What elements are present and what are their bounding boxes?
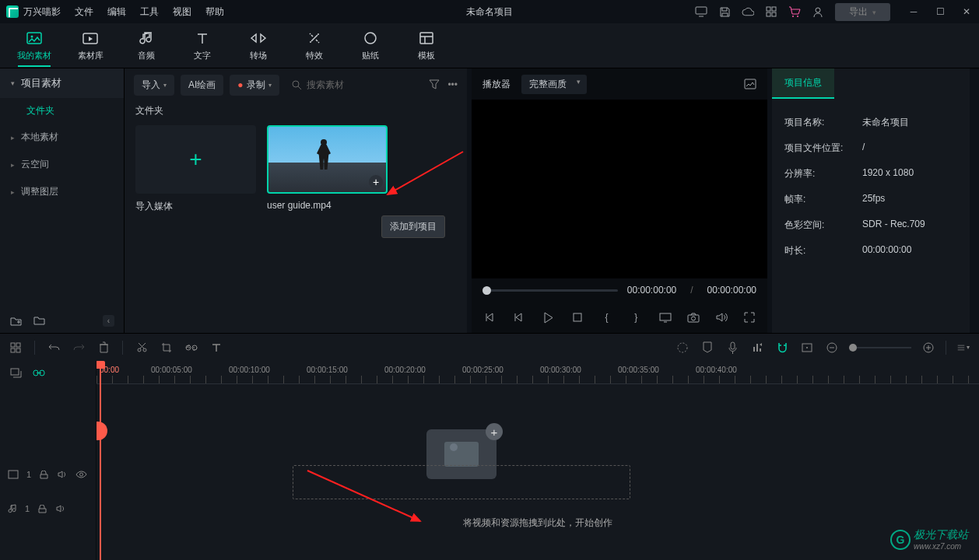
svg-rect-2	[772, 7, 776, 11]
apps-icon[interactable]	[765, 5, 777, 18]
menu-edit[interactable]: 编辑	[107, 5, 126, 19]
close-icon[interactable]: ✕	[960, 5, 973, 18]
tab-transition[interactable]: 转场	[230, 25, 286, 66]
list-view-icon[interactable]: ▾	[957, 341, 970, 354]
camera-icon[interactable]	[686, 310, 700, 324]
zoom-slider[interactable]	[849, 347, 911, 348]
prev-frame-icon[interactable]	[482, 310, 497, 324]
menu-tools[interactable]: 工具	[140, 5, 159, 19]
app-name: 万兴喵影	[23, 5, 61, 19]
maximize-icon[interactable]: ☐	[934, 5, 946, 18]
fullscreen-icon[interactable]	[742, 310, 756, 324]
minimize-icon[interactable]: ─	[907, 5, 920, 18]
search-input[interactable]: 搜索素材	[286, 75, 423, 96]
text-tool-icon[interactable]	[210, 341, 223, 354]
lock-icon[interactable]	[39, 471, 49, 479]
tl-frame-icon[interactable]	[801, 341, 813, 354]
import-button[interactable]: 导入▾	[134, 75, 174, 96]
app-logo-icon	[6, 5, 19, 18]
timeline: 1 1 00:00 00:00:05:0000:00:10:0000:00:15…	[0, 361, 979, 560]
tab-my-media[interactable]: 我的素材	[6, 25, 62, 66]
watermark: G 极光下载站 www.xz7.com	[890, 528, 968, 551]
playhead[interactable]	[100, 361, 101, 560]
total-time: 00:00:00:00	[707, 285, 756, 296]
media-clip[interactable]: + user guide.mp4 添加到项目	[267, 125, 388, 213]
prev-icon[interactable]	[512, 310, 526, 324]
zoom-in-icon[interactable]	[922, 341, 935, 354]
sidebar-project-media[interactable]: 项目素材	[0, 68, 124, 98]
snapshot-icon[interactable]	[744, 78, 756, 90]
eye-icon[interactable]	[75, 471, 87, 478]
tab-template[interactable]: 模板	[398, 25, 454, 66]
tab-sticker[interactable]: 贴纸	[342, 25, 398, 66]
tl-grid-icon[interactable]	[9, 341, 22, 354]
info-value: 25fps	[862, 193, 885, 206]
add-to-project-icon[interactable]: +	[369, 175, 383, 189]
sidebar-cloud[interactable]: 云空间	[0, 151, 124, 178]
save-icon[interactable]	[718, 5, 731, 18]
ai-draw-button[interactable]: AI绘画	[181, 75, 223, 96]
drop-zone[interactable]	[293, 465, 630, 499]
play-icon[interactable]	[541, 310, 555, 324]
sidebar-local[interactable]: 本地素材	[0, 124, 124, 151]
tl-layers-icon[interactable]	[9, 366, 22, 379]
info-value: SDR - Rec.709	[862, 219, 925, 232]
cloud-icon[interactable]	[742, 5, 754, 18]
quality-select[interactable]: 完整画质	[521, 75, 587, 94]
info-label: 帧率:	[784, 193, 862, 206]
stop-icon[interactable]	[570, 310, 584, 324]
sidebar-adjust[interactable]: 调整图层	[0, 178, 124, 205]
text-icon	[194, 30, 211, 47]
sidebar-folder[interactable]: 文件夹	[0, 98, 124, 124]
mic-icon[interactable]	[726, 341, 739, 354]
crop-icon[interactable]	[160, 341, 173, 354]
tab-effect[interactable]: 特效	[286, 25, 342, 66]
undo-icon[interactable]	[47, 341, 60, 354]
tab-audio[interactable]: 音频	[118, 25, 174, 66]
timeline-tracks[interactable]: 00:00 00:00:05:0000:00:10:0000:00:15:000…	[96, 361, 979, 560]
add-track-icon[interactable]: +	[486, 423, 503, 440]
cart-icon[interactable]	[788, 5, 801, 18]
tooltip: 添加到项目	[381, 215, 445, 238]
tab-library[interactable]: 素材库	[62, 25, 118, 66]
tl-adjust-icon[interactable]	[676, 341, 689, 354]
collapse-sidebar-icon[interactable]: ‹	[103, 315, 114, 327]
main-menu: 文件 编辑 工具 视图 帮助	[75, 5, 224, 19]
marker-icon[interactable]	[701, 341, 714, 354]
menu-help[interactable]: 帮助	[205, 5, 224, 19]
user-icon[interactable]	[812, 5, 824, 18]
redo-icon[interactable]	[72, 341, 85, 354]
lock-icon[interactable]	[37, 505, 47, 513]
bracket-close-icon[interactable]: }	[629, 310, 643, 324]
import-media-card[interactable]: + 导入媒体	[135, 125, 256, 213]
new-folder-icon[interactable]	[9, 314, 22, 327]
cut-icon[interactable]	[135, 341, 148, 354]
link-icon[interactable]	[185, 341, 198, 354]
cut-handle[interactable]	[96, 422, 107, 440]
mute-icon[interactable]	[55, 504, 66, 513]
svg-point-11	[310, 41, 311, 43]
more-icon[interactable]: •••	[447, 79, 458, 90]
volume-icon[interactable]	[714, 310, 728, 324]
timeline-ruler[interactable]: 00:00 00:00:05:0000:00:10:0000:00:15:000…	[96, 361, 979, 384]
audio-track-header[interactable]: 1	[0, 492, 96, 526]
progress-slider[interactable]	[482, 289, 618, 292]
menu-view[interactable]: 视图	[173, 5, 191, 19]
record-button[interactable]: ●录制▾	[230, 75, 279, 96]
bracket-open-icon[interactable]: {	[600, 310, 614, 324]
video-track-header[interactable]: 1	[0, 457, 96, 492]
folder-icon[interactable]	[33, 314, 45, 327]
zoom-out-icon[interactable]	[826, 341, 838, 354]
display-icon[interactable]	[658, 310, 672, 324]
tab-text[interactable]: 文字	[174, 25, 230, 66]
magnet-icon[interactable]	[776, 341, 788, 354]
tl-link-icon[interactable]	[33, 366, 45, 379]
device-icon[interactable]	[695, 5, 707, 18]
menu-file[interactable]: 文件	[75, 5, 93, 19]
export-button[interactable]: 导出	[835, 3, 890, 21]
delete-icon[interactable]	[97, 341, 110, 354]
info-tab[interactable]: 项目信息	[772, 68, 834, 99]
mute-icon[interactable]	[57, 470, 68, 479]
audio-mix-icon[interactable]	[751, 341, 763, 354]
filter-icon[interactable]	[429, 79, 440, 90]
